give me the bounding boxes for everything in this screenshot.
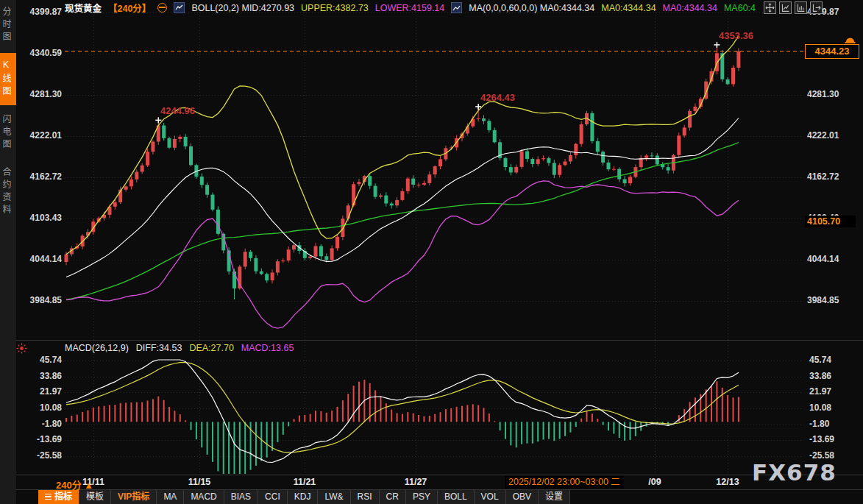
macd-axis-label-right: -13.69 (809, 434, 852, 445)
price-axis-label-right: 3984.85 (807, 295, 850, 306)
toolbar-button[interactable]: 指标 (38, 490, 79, 504)
price-alert-bell-icon[interactable] (844, 34, 856, 47)
price-axis-label-right: 4044.14 (807, 254, 850, 265)
toolbar-button[interactable]: CR (380, 490, 406, 504)
sidebar-tab-active[interactable]: K线图 (0, 53, 16, 105)
ma2-legend: MA0:4344.34 (601, 3, 656, 13)
macd-diff-line (66, 360, 739, 463)
price-axis-label-left: 4281.30 (19, 89, 62, 100)
toolbar-button[interactable]: 设置 (539, 490, 570, 504)
price-axis-label-left: 4222.01 (19, 130, 62, 141)
peak-markers (155, 42, 720, 123)
macd-axis-label-left: 10.08 (19, 402, 62, 414)
boll-lower-legend: LOWER:4159.14 (375, 3, 445, 13)
date-axis-label: /09 (634, 477, 675, 487)
macd-axis-label-left: -13.69 (19, 434, 62, 445)
peak-price-label: 4244.96 (160, 105, 195, 116)
list-icon (45, 494, 52, 500)
boll-indicator-icon[interactable] (174, 2, 185, 13)
sidebar: 分时图K线图闪电图合约资料 (0, 0, 16, 504)
price-axis-label-left: 4340.59 (19, 48, 62, 59)
panel-icon[interactable] (779, 1, 792, 14)
sidebar-tab-item[interactable]: 闪电图 (0, 107, 16, 158)
date-axis-label: 11/15 (179, 477, 220, 487)
boll-upper-line (66, 36, 739, 255)
price-axis-label-left: 4103.43 (19, 213, 62, 224)
chart-canvas[interactable] (0, 0, 863, 504)
indicator-settings-icon[interactable] (16, 343, 27, 357)
ma-indicator-icon[interactable] (451, 2, 462, 13)
peak-price-label: 4264.43 (480, 92, 515, 103)
toolbar-button[interactable]: CCI (258, 490, 288, 504)
macd-axis-label-right: 33.86 (809, 371, 852, 382)
watermark: FX678 (752, 459, 837, 486)
link-icon[interactable] (157, 3, 167, 13)
macd-dea-line (66, 363, 739, 453)
dropdown-arrow-icon: ▲ (84, 480, 93, 491)
macd-axis-label-right: -1.80 (809, 419, 852, 430)
trading-app-window: 分时图K线图闪电图合约资料 现货黄金 【240分】 BOLL(20,2) MID… (0, 0, 863, 504)
toolbar-button[interactable]: 模板 (79, 490, 111, 504)
ma3-legend: MA0:4344.34 (663, 3, 717, 13)
macd-header: MACD(26,12,9) DIFF:34.53 DEA:27.70 MACD:… (65, 343, 294, 353)
boll-upper-legend: UPPER:4382.73 (301, 3, 369, 13)
period-tag: 【240分】 (108, 1, 151, 15)
pane-divider (16, 340, 863, 341)
ma60-legend: MA60:4 (724, 3, 756, 13)
sidebar-tab-item[interactable]: 合约资料 (0, 160, 16, 224)
macd-diff-value: DIFF:34.53 (136, 343, 182, 353)
toolbar-button[interactable]: BOLL (438, 490, 475, 504)
date-axis-label: 11/27 (395, 477, 436, 487)
macd-hist-value: MACD:13.65 (241, 343, 294, 353)
price-axis-label-left: 4399.87 (19, 7, 62, 18)
macd-axis-label-right: 45.74 (809, 355, 852, 366)
ma-legend: MA(0,0,0,60,0,0) MA0:4344.34 (469, 3, 594, 13)
toolbar-button[interactable]: VIP指标 (111, 490, 157, 504)
boll-lower-line (66, 181, 739, 328)
peak-price-label: 4353.36 (719, 30, 753, 41)
boll-legend: BOLL(20,2) MID:4270.93 (191, 3, 294, 13)
gridlines (65, 13, 803, 475)
toolbar-button[interactable]: VOL (475, 490, 506, 504)
macd-axis-label-left: -25.58 (19, 450, 62, 461)
price-axis-label-left: 4044.14 (19, 254, 62, 265)
price-axis-label-left: 4162.72 (19, 171, 62, 182)
date-axis-label: 11/21 (284, 477, 325, 487)
macd-axis-label-left: 21.97 (19, 386, 62, 397)
price-axis-label-right: 4162.72 (807, 171, 850, 182)
price-axis-label-right: 4281.30 (807, 89, 850, 100)
toolbar-button[interactable]: LW& (318, 490, 350, 504)
reference-price-badge: 4105.70 (805, 216, 856, 227)
date-axis-label: 12/13 (707, 477, 748, 487)
macd-axis-label-right: 10.08 (809, 402, 852, 414)
sidebar-tab-item[interactable]: 分时图 (0, 0, 16, 51)
export-icon[interactable] (810, 1, 823, 14)
macd-histogram (66, 380, 739, 474)
price-axis-label-left: 3984.85 (19, 295, 62, 306)
move-icon[interactable] (764, 1, 776, 14)
macd-axis-label-left: 33.86 (19, 371, 62, 382)
toolbar-button[interactable]: MA (157, 490, 184, 504)
window-controls (764, 1, 823, 14)
macd-title: MACD(26,12,9) (65, 343, 129, 353)
toolbar-button[interactable]: BIAS (224, 490, 258, 504)
macd-axis-label-right: 21.97 (809, 386, 852, 397)
panel2-icon[interactable] (795, 1, 807, 14)
macd-dea-value: DEA:27.70 (189, 343, 233, 353)
indicator-toolbar: 指标模板VIP指标MAMACDBIASCCIKDJLW&RSICRPSYBOLL… (38, 490, 570, 504)
macd-axis-label-left: -1.80 (19, 419, 62, 430)
price-axis-label-right: 4222.01 (807, 130, 850, 141)
toolbar-button[interactable]: OBV (506, 490, 539, 504)
axis-divider (16, 475, 863, 475)
toolbar-button[interactable]: PSY (406, 490, 438, 504)
crosshair-date-tooltip: 2025/12/02 23:00~03:00 二 (505, 476, 624, 489)
toolbar-button[interactable]: KDJ (288, 490, 319, 504)
toolbar-button[interactable]: RSI (351, 490, 380, 504)
indicator-legend: 现货黄金 【240分】 BOLL(20,2) MID:4270.93 UPPER… (65, 1, 756, 14)
toolbar-button[interactable]: MACD (184, 490, 224, 504)
symbol-name: 现货黄金 (65, 1, 102, 15)
